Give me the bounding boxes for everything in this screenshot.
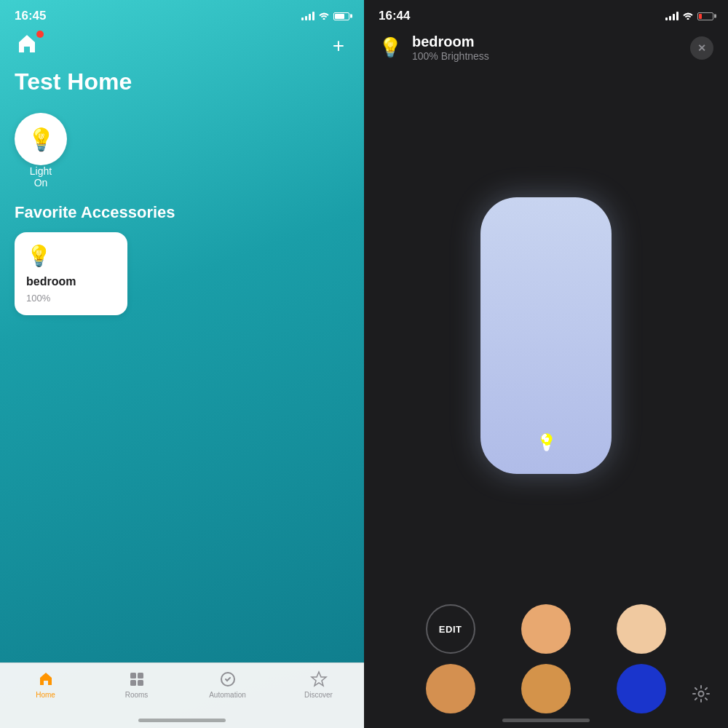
- discover-tab-icon: [310, 670, 328, 688]
- color-preset-amber[interactable]: [426, 664, 475, 713]
- signal-icon: [301, 12, 314, 20]
- bedroom-bulb-icon: 💡: [26, 244, 116, 268]
- home-tab-icon: [37, 670, 55, 688]
- svg-rect-2: [130, 680, 136, 686]
- tab-rooms-label: Rooms: [125, 691, 149, 699]
- battery-icon-left: [333, 12, 349, 20]
- light-bulb-icon: 💡: [28, 127, 55, 152]
- tab-home-label: Home: [36, 691, 55, 699]
- light-name: Light: [30, 165, 52, 177]
- notification-dot: [36, 31, 44, 38]
- color-presets: EDIT: [364, 597, 728, 728]
- tab-rooms[interactable]: Rooms: [91, 670, 182, 699]
- bedroom-name: bedroom: [26, 275, 116, 288]
- time-right: 16:44: [379, 9, 410, 23]
- battery-icon-right: [697, 12, 713, 20]
- tab-automation[interactable]: Automation: [182, 670, 273, 699]
- home-title: Test Home: [0, 66, 364, 107]
- settings-icon[interactable]: [692, 684, 711, 703]
- light-circle[interactable]: 💡: [15, 113, 67, 165]
- section-title: Favorite Accessories: [0, 203, 364, 232]
- svg-rect-3: [138, 680, 143, 686]
- tab-automation-label: Automation: [209, 691, 246, 699]
- svg-rect-0: [130, 673, 136, 678]
- wifi-icon: [318, 11, 330, 22]
- home-icon: [15, 32, 39, 57]
- light-accessory-row[interactable]: 💡 Light On: [0, 107, 364, 203]
- wifi-icon-right: [682, 11, 694, 22]
- signal-icon-right: [665, 12, 678, 20]
- home-icon-wrapper: [15, 32, 42, 60]
- rooms-tab-icon: [128, 670, 146, 688]
- detail-header: 💡 bedroom 100% Brightness ✕: [364, 26, 728, 74]
- add-button[interactable]: +: [328, 35, 349, 57]
- status-bar-right: 16:44: [364, 0, 728, 26]
- detail-title: bedroom: [412, 33, 680, 50]
- edit-button[interactable]: EDIT: [426, 604, 475, 654]
- detail-subtitle: 100% Brightness: [412, 50, 680, 62]
- home-indicator-left: [138, 719, 226, 722]
- time-left: 16:45: [15, 9, 46, 23]
- automation-tab-icon: [219, 670, 237, 688]
- color-preset-peach[interactable]: [521, 664, 571, 713]
- right-panel: 16:44 💡 bedroom 100% Brightness ✕: [364, 0, 728, 728]
- svg-marker-5: [312, 672, 326, 686]
- status-icons-left: [301, 11, 349, 22]
- brightness-slider-area[interactable]: 💡: [364, 74, 728, 597]
- brightness-track[interactable]: 💡: [480, 197, 612, 474]
- bedroom-card[interactable]: 💡 bedroom 100%: [15, 232, 127, 315]
- status-bar-left: 16:45: [0, 0, 364, 26]
- edit-label: EDIT: [439, 624, 462, 635]
- light-status: On: [34, 177, 48, 189]
- color-preset-warm-light[interactable]: [617, 604, 666, 654]
- left-header: +: [0, 26, 364, 66]
- color-preset-warm-orange[interactable]: [521, 604, 571, 654]
- svg-rect-1: [138, 673, 143, 678]
- accessories-grid: 💡 bedroom 100%: [0, 232, 364, 315]
- tab-discover-label: Discover: [304, 691, 333, 699]
- detail-bulb-icon: 💡: [379, 36, 402, 59]
- close-button[interactable]: ✕: [690, 36, 713, 60]
- settings-icon-area[interactable]: [692, 684, 711, 706]
- status-icons-right: [665, 11, 713, 22]
- home-indicator-right: [502, 719, 590, 722]
- left-panel: 16:45 + Tes: [0, 0, 364, 728]
- tab-home[interactable]: Home: [0, 670, 91, 699]
- svg-point-6: [699, 692, 704, 697]
- color-preset-blue[interactable]: [617, 664, 666, 713]
- tab-discover[interactable]: Discover: [273, 670, 364, 699]
- bedroom-status: 100%: [26, 293, 116, 304]
- brightness-bulb-indicator: 💡: [537, 433, 556, 452]
